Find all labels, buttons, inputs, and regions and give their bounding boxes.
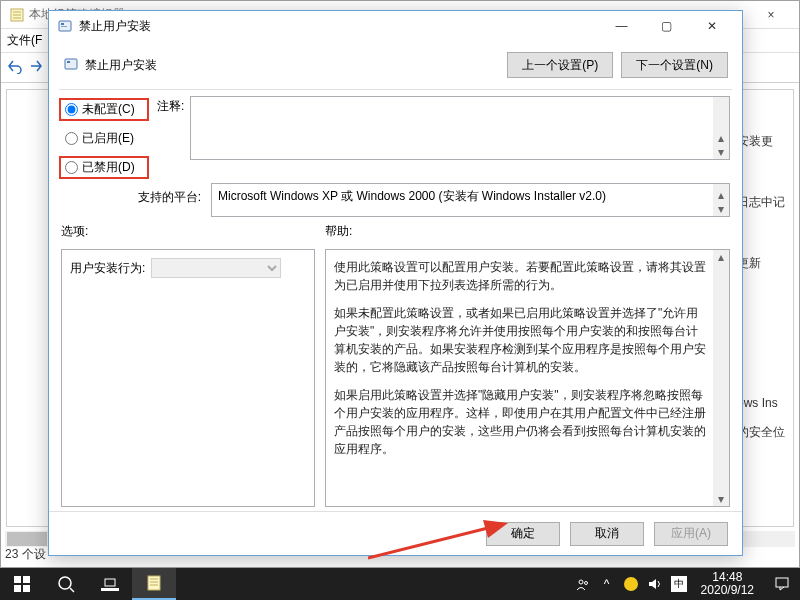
system-tray: ^ 中 14:48 2020/9/12 [575, 568, 800, 600]
notepad-icon [9, 7, 25, 23]
radio-notconfigured-input[interactable] [65, 103, 78, 116]
dialog-buttons: 确定 取消 应用(A) [49, 511, 742, 555]
platform-value-box: Microsoft Windows XP 或 Windows 2000 (安装有… [211, 183, 730, 217]
dialog-title: 禁止用户安装 [79, 18, 599, 35]
ime-indicator[interactable]: 中 [671, 576, 687, 592]
dialog-heading: 禁止用户安装 [85, 57, 157, 74]
svg-rect-17 [105, 579, 115, 586]
platform-value: Microsoft Windows XP 或 Windows 2000 (安装有… [218, 189, 606, 203]
start-button[interactable] [0, 568, 44, 600]
dlg-close-button[interactable]: ✕ [689, 12, 734, 40]
dlg-min-button[interactable]: — [599, 12, 644, 40]
scrollbar-v[interactable]: ▴▾ [713, 184, 729, 216]
tray-volume-icon[interactable] [647, 577, 663, 591]
svg-line-16 [70, 588, 74, 592]
help-label: 帮助: [325, 223, 352, 243]
scroll-up-icon[interactable]: ▴ [713, 188, 729, 202]
prev-setting-button[interactable]: 上一个设置(P) [507, 52, 613, 78]
option-behavior-label: 用户安装行为: [70, 260, 145, 277]
policy-icon [63, 56, 79, 75]
help-panel: 使用此策略设置可以配置用户安装。若要配置此策略设置，请将其设置为已启用并使用下拉… [325, 249, 730, 507]
clip: 安装更 [737, 131, 793, 152]
taskbar: ^ 中 14:48 2020/9/12 [0, 568, 800, 600]
search-button[interactable] [44, 568, 88, 600]
svg-rect-13 [14, 585, 21, 592]
menu-file[interactable]: 文件(F [7, 32, 42, 49]
scroll-down-icon[interactable]: ▾ [713, 145, 729, 159]
taskbar-app[interactable] [132, 568, 176, 600]
cancel-button[interactable]: 取消 [570, 522, 644, 546]
platform-label: 支持的平台: [61, 183, 211, 206]
svg-rect-11 [14, 576, 21, 583]
svg-rect-19 [148, 576, 160, 590]
radio-enabled-input[interactable] [65, 132, 78, 145]
radio-label: 未配置(C) [82, 101, 135, 118]
forward-icon[interactable] [27, 58, 43, 77]
help-text: 如果未配置此策略设置，或者如果已启用此策略设置并选择了"允许用户安装"，则安装程… [334, 304, 707, 376]
scrollbar-v[interactable]: ▴▾ [713, 250, 729, 506]
comment-label: 注释: [157, 96, 184, 177]
scroll-up-icon[interactable]: ▴ [713, 250, 729, 264]
apply-button[interactable]: 应用(A) [654, 522, 728, 546]
svg-rect-7 [65, 59, 77, 69]
svg-rect-12 [23, 576, 30, 583]
clip: 日志中记 [737, 192, 793, 213]
taskbar-clock[interactable]: 14:48 2020/9/12 [695, 571, 760, 597]
scroll-down-icon[interactable]: ▾ [713, 492, 729, 506]
behavior-select [151, 258, 281, 278]
bg-status: 23 个设 [5, 546, 46, 563]
scroll-thumb[interactable] [7, 532, 47, 546]
bg-close-button[interactable]: × [751, 1, 791, 29]
notifications-button[interactable] [768, 568, 796, 600]
tray-people-icon[interactable] [575, 577, 591, 591]
radio-enabled[interactable]: 已启用(E) [61, 129, 147, 148]
svg-rect-25 [776, 578, 788, 587]
state-radios: 未配置(C) 已启用(E) 已禁用(D) [61, 96, 147, 177]
scroll-down-icon[interactable]: ▾ [713, 202, 729, 216]
svg-rect-14 [23, 585, 30, 592]
svg-rect-6 [61, 26, 67, 27]
options-panel: 用户安装行为: [61, 249, 315, 507]
dialog-titlebar: 禁止用户安装 — ▢ ✕ [49, 11, 742, 41]
taskview-button[interactable] [88, 568, 132, 600]
dlg-max-button[interactable]: ▢ [644, 12, 689, 40]
back-icon[interactable] [7, 58, 23, 77]
policy-dialog: 禁止用户安装 — ▢ ✕ 禁止用户安装 上一个设置(P) 下一个设置(N) 未配… [48, 10, 743, 556]
svg-point-15 [59, 577, 71, 589]
tray-status-icon[interactable] [623, 577, 639, 591]
scroll-up-icon[interactable]: ▴ [713, 131, 729, 145]
svg-point-24 [584, 582, 587, 585]
next-setting-button[interactable]: 下一个设置(N) [621, 52, 728, 78]
clip: ows Ins [737, 394, 793, 412]
clip: 的安全位 [737, 422, 793, 443]
radio-disabled[interactable]: 已禁用(D) [61, 158, 147, 177]
policy-icon [57, 18, 73, 34]
svg-rect-18 [101, 588, 119, 591]
clock-date: 2020/9/12 [701, 584, 754, 597]
scrollbar-v[interactable]: ▴▾ [713, 97, 729, 159]
svg-point-23 [579, 580, 583, 584]
dialog-header: 禁止用户安装 上一个设置(P) 下一个设置(N) [49, 41, 742, 89]
bg-right-clips: 安装更 日志中记 更新 ows Ins 的安全位 [737, 91, 793, 483]
help-text: 如果启用此策略设置并选择"隐藏用户安装"，则安装程序将忽略按照每个用户安装的应用… [334, 386, 707, 458]
radio-disabled-input[interactable] [65, 161, 78, 174]
radio-label: 已启用(E) [82, 130, 134, 147]
svg-rect-8 [67, 61, 70, 63]
help-text: 使用此策略设置可以配置用户安装。若要配置此策略设置，请将其设置为已启用并使用下拉… [334, 258, 707, 294]
clip: 更新 [737, 253, 793, 274]
radio-label: 已禁用(D) [82, 159, 135, 176]
ok-button[interactable]: 确定 [486, 522, 560, 546]
options-label: 选项: [61, 223, 325, 243]
comment-row: 注释: ▴▾ [157, 96, 730, 177]
svg-rect-5 [61, 23, 64, 25]
tray-chevron-icon[interactable]: ^ [599, 577, 615, 591]
radio-notconfigured[interactable]: 未配置(C) [61, 100, 147, 119]
comment-textarea[interactable]: ▴▾ [190, 96, 730, 160]
